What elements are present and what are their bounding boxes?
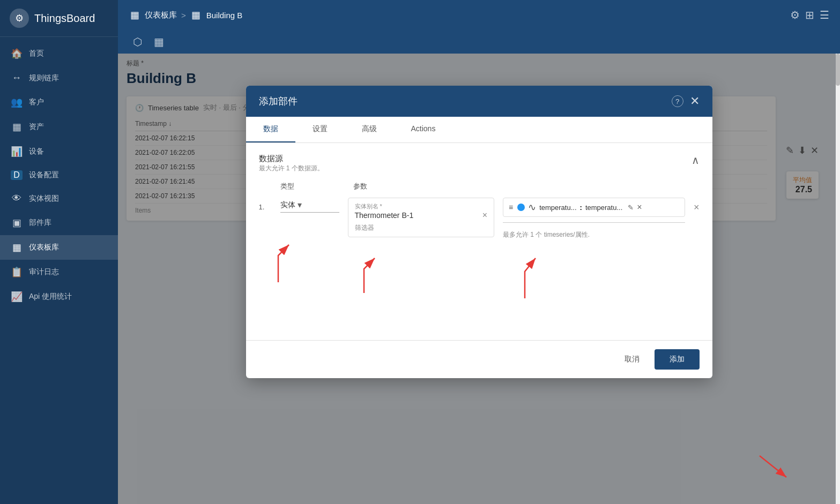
sidebar-item-dashboards[interactable]: ▦ 仪表板库 bbox=[0, 235, 118, 260]
topbar: ▦ 仪表板库 > ▦ Building B ⚙ ⊞ ☰ bbox=[118, 0, 840, 30]
sidebar-item-label: 仪表板库 bbox=[29, 243, 59, 252]
timeseries-input-line[interactable] bbox=[503, 220, 685, 223]
sidebar-item-widgets[interactable]: ▣ 部件库 bbox=[0, 210, 118, 235]
datasource-title: 数据源 bbox=[259, 154, 324, 164]
home-icon: 🏠 bbox=[11, 48, 23, 59]
max-timeseries-hint: 最多允许 1 个 timeseries/属性. bbox=[503, 230, 685, 239]
collapse-datasource-button[interactable]: ∧ bbox=[692, 154, 700, 167]
entity-alias-value: Thermometer B-1 bbox=[355, 211, 414, 220]
tabs-row: ⬡ ▦ bbox=[118, 30, 840, 54]
cancel-button[interactable]: 取消 bbox=[616, 349, 648, 370]
row-number: 1. bbox=[259, 198, 272, 211]
dashboards-icon: ▦ bbox=[11, 242, 23, 253]
sidebar-item-label: 设备配置 bbox=[29, 170, 59, 180]
widgets-icon: ▣ bbox=[11, 217, 23, 229]
settings-icon[interactable]: ⚙ bbox=[790, 9, 800, 21]
modal-title: 添加部件 bbox=[259, 95, 298, 108]
breadcrumb-icon2: ▦ bbox=[190, 9, 202, 21]
breadcrumb-text2: Building B bbox=[206, 11, 243, 20]
assets-icon: ▦ bbox=[11, 121, 23, 133]
breadcrumb-text1: 仪表板库 bbox=[145, 10, 177, 20]
menu-icon[interactable]: ☰ bbox=[820, 9, 829, 21]
entity-params-area: 实体别名 * Thermometer B-1 × 筛选器 bbox=[348, 198, 494, 237]
sidebar-item-rules[interactable]: ↔ 规则链库 bbox=[0, 66, 118, 90]
sidebar-item-devices[interactable]: 📊 设备 bbox=[0, 139, 118, 164]
tag-separator: : bbox=[580, 204, 582, 212]
tag-dot bbox=[517, 204, 525, 211]
datasource-section-header: 数据源 最大允许 1 个数据源。 ∧ bbox=[259, 154, 700, 173]
modal-footer: 取消 添加 bbox=[246, 340, 712, 378]
audit-icon: 📋 bbox=[11, 266, 23, 278]
tag-close-button[interactable]: × bbox=[637, 202, 642, 212]
ds-column-headers: 类型 参数 bbox=[259, 182, 700, 191]
tag-wave-icon: ∿ bbox=[528, 201, 536, 213]
sidebar: ⚙ ThingsBoard 🏠 首页 ↔ 规则链库 👥 客户 ▦ 资产 📊 设备… bbox=[0, 0, 118, 504]
sidebar-item-label: 首页 bbox=[29, 49, 44, 58]
col-param-label: 参数 bbox=[353, 182, 700, 191]
sidebar-item-label: 设备 bbox=[29, 147, 44, 156]
grid-tab[interactable]: ▦ bbox=[150, 33, 168, 50]
sidebar-item-home[interactable]: 🏠 首页 bbox=[0, 41, 118, 66]
tag-text1: temperatu... bbox=[539, 204, 576, 212]
tab-advanced[interactable]: 高级 bbox=[345, 117, 394, 142]
datasource-row-1: 1. 实体 ▾ 实体别名 * Thermomet bbox=[259, 198, 700, 239]
breadcrumb-separator: > bbox=[181, 11, 186, 20]
sidebar-item-label: 部件库 bbox=[29, 218, 51, 228]
sidebar-item-audit[interactable]: 📋 审计日志 bbox=[0, 260, 118, 284]
datasource-subtitle: 最大允许 1 个数据源。 bbox=[259, 164, 324, 173]
app-logo: ⚙ ThingsBoard bbox=[0, 0, 118, 37]
eq-icon: ≡ bbox=[509, 203, 513, 212]
modal-tabs: 数据 设置 高级 Actions bbox=[246, 117, 712, 143]
add-button[interactable]: 添加 bbox=[655, 349, 700, 370]
col-type-label: 类型 bbox=[280, 182, 345, 191]
main-area: ▦ 仪表板库 > ▦ Building B ⚙ ⊞ ☰ ⬡ ▦ 标题 * Bui… bbox=[118, 0, 840, 504]
entity-view-icon: 👁 bbox=[11, 193, 23, 204]
help-icon[interactable]: ? bbox=[672, 95, 683, 107]
entity-alias-area: 实体别名 * Thermometer B-1 × 筛选器 bbox=[348, 198, 494, 237]
layout-icon[interactable]: ⊞ bbox=[805, 9, 814, 21]
modal-body: 数据源 最大允许 1 个数据源。 ∧ 类型 参数 1. bbox=[246, 143, 712, 340]
app-name: ThingsBoard bbox=[34, 12, 95, 25]
sidebar-item-label: 规则链库 bbox=[29, 73, 59, 83]
spacer bbox=[259, 244, 700, 329]
modal-header: 添加部件 ? ✕ bbox=[246, 86, 712, 117]
modal-close-icon[interactable]: ✕ bbox=[690, 94, 700, 108]
sidebar-item-label: 审计日志 bbox=[29, 267, 59, 277]
modal-overlay: 添加部件 ? ✕ 数据 设置 高级 bbox=[118, 54, 840, 504]
rules-icon: ↔ bbox=[11, 72, 23, 84]
tag-edit-button[interactable]: ✎ bbox=[628, 204, 634, 212]
sidebar-item-api-stats[interactable]: 📈 Api 使用统计 bbox=[0, 284, 118, 309]
logo-icon: ⚙ bbox=[10, 9, 29, 28]
devices-icon: 📊 bbox=[11, 146, 23, 157]
tag-text2: temperatu... bbox=[585, 204, 622, 212]
temperature-tag: ≡ ∿ temperatu... : temperatu... ✎ × bbox=[503, 198, 685, 217]
sidebar-item-label: Api 使用统计 bbox=[29, 292, 72, 302]
sidebar-item-label: 客户 bbox=[29, 97, 44, 107]
layers-tab[interactable]: ⬡ bbox=[129, 33, 146, 50]
tab-actions[interactable]: Actions bbox=[394, 117, 453, 142]
timeseries-area: ≡ ∿ temperatu... : temperatu... ✎ × 最多允许… bbox=[503, 198, 685, 239]
sidebar-item-entity-view[interactable]: 👁 实体视图 bbox=[0, 186, 118, 210]
sidebar-item-assets[interactable]: ▦ 资产 bbox=[0, 115, 118, 139]
sidebar-item-device-profiles[interactable]: D 设备配置 bbox=[0, 164, 118, 186]
dashboard-area: 标题 * Building B 🕐 Timeseries table 实时 · … bbox=[118, 54, 840, 504]
entity-type-select[interactable]: 实体 ▾ bbox=[280, 198, 339, 213]
customers-icon: 👥 bbox=[11, 96, 23, 108]
topbar-icons: ⚙ ⊞ ☰ bbox=[790, 9, 829, 21]
modal-header-icons: ? ✕ bbox=[672, 94, 700, 108]
breadcrumb-icon1: ▦ bbox=[129, 9, 140, 21]
entity-type-value: 实体 bbox=[280, 200, 295, 210]
entity-clear-button[interactable]: × bbox=[482, 210, 487, 220]
entity-alias-label: 实体别名 * bbox=[355, 202, 487, 210]
tab-settings[interactable]: 设置 bbox=[295, 117, 345, 142]
device-profiles-icon: D bbox=[11, 170, 23, 180]
sidebar-item-label: 资产 bbox=[29, 122, 44, 132]
remove-row-button[interactable]: × bbox=[694, 198, 700, 213]
entity-alias-row: Thermometer B-1 × bbox=[355, 210, 487, 220]
sidebar-item-label: 实体视图 bbox=[29, 194, 59, 204]
filter-label: 筛选器 bbox=[355, 223, 487, 232]
add-widget-modal: 添加部件 ? ✕ 数据 设置 高级 bbox=[246, 86, 712, 378]
sidebar-item-customers[interactable]: 👥 客户 bbox=[0, 90, 118, 115]
tab-data[interactable]: 数据 bbox=[246, 117, 295, 142]
api-stats-icon: 📈 bbox=[11, 291, 23, 303]
